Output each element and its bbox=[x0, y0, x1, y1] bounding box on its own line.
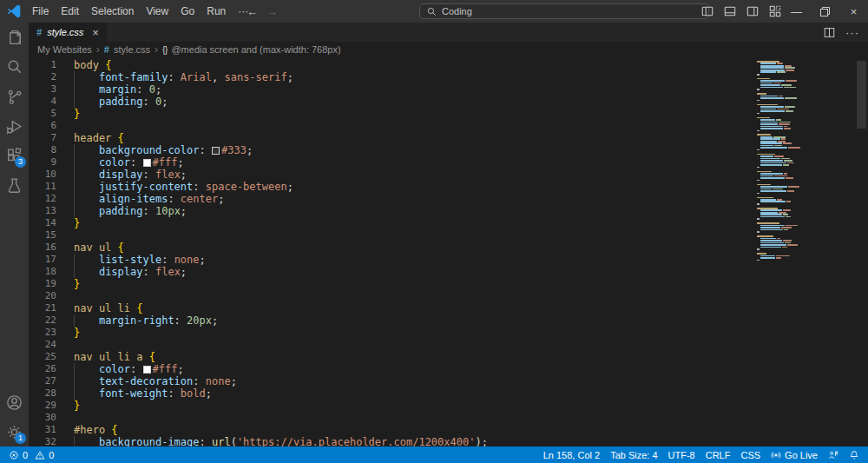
code-line[interactable]: 14} bbox=[29, 217, 868, 229]
menu-go[interactable]: Go bbox=[174, 0, 201, 23]
problems-indicator[interactable]: 0 0 bbox=[9, 446, 54, 463]
menu-file[interactable]: File bbox=[26, 0, 55, 23]
editor-more-actions-icon[interactable]: ··· bbox=[845, 26, 859, 39]
testing-icon[interactable] bbox=[0, 170, 29, 200]
line-number[interactable]: 22 bbox=[29, 314, 56, 327]
code-line[interactable]: 23} bbox=[29, 327, 868, 339]
settings-gear-icon[interactable]: 1 bbox=[0, 417, 29, 446]
line-number[interactable]: 24 bbox=[29, 339, 56, 351]
split-editor-icon[interactable] bbox=[824, 27, 835, 38]
eol-sequence[interactable]: CRLF bbox=[706, 446, 731, 463]
cursor-position[interactable]: Ln 158, Col 2 bbox=[543, 446, 600, 463]
line-number[interactable]: 7 bbox=[29, 132, 56, 144]
line-number[interactable]: 23 bbox=[29, 327, 56, 339]
toggle-panel-icon[interactable] bbox=[724, 5, 736, 17]
line-number[interactable]: 12 bbox=[29, 193, 56, 205]
line-number[interactable]: 27 bbox=[29, 375, 56, 387]
code-line[interactable]: 30 bbox=[29, 412, 868, 424]
code-editor[interactable]: 1body {2 font-family: Arial, sans-serif;… bbox=[29, 57, 868, 446]
explorer-icon[interactable] bbox=[0, 23, 29, 52]
feedback-button[interactable] bbox=[828, 446, 838, 463]
code-line[interactable]: 21nav ul li { bbox=[29, 302, 868, 314]
go-live-button[interactable]: Go Live bbox=[771, 446, 818, 463]
code-line[interactable]: 2 font-family: Arial, sans-serif; bbox=[29, 71, 868, 83]
code-line[interactable]: 32 background-image: url('https://via.pl… bbox=[29, 436, 868, 446]
line-number[interactable]: 1 bbox=[29, 59, 56, 71]
code-line[interactable]: 15 bbox=[29, 229, 868, 241]
code-line[interactable]: 18 display: flex; bbox=[29, 266, 868, 278]
code-line[interactable]: 20 bbox=[29, 290, 868, 302]
maximize-button[interactable] bbox=[811, 0, 839, 23]
line-number[interactable]: 19 bbox=[29, 278, 56, 290]
indentation[interactable]: Tab Size: 4 bbox=[610, 446, 657, 463]
code-line[interactable]: 9 color: #fff; bbox=[29, 156, 868, 169]
code-line[interactable]: 6 bbox=[29, 120, 868, 132]
nav-back-icon[interactable]: ← bbox=[247, 5, 258, 18]
code-line[interactable]: 1body { bbox=[29, 59, 868, 71]
line-number[interactable]: 3 bbox=[29, 83, 56, 96]
color-swatch[interactable] bbox=[143, 366, 151, 374]
minimap[interactable] bbox=[755, 61, 829, 264]
line-number[interactable]: 20 bbox=[29, 290, 56, 302]
encoding[interactable]: UTF-8 bbox=[668, 446, 695, 463]
code-line[interactable]: 13 padding: 10px; bbox=[29, 205, 868, 217]
code-line[interactable]: 26 color: #fff; bbox=[29, 363, 868, 375]
line-number[interactable]: 31 bbox=[29, 424, 56, 436]
code-line[interactable]: 11 justify-content: space-between; bbox=[29, 181, 868, 193]
menu-view[interactable]: View bbox=[140, 0, 174, 23]
scrollbar-thumb[interactable] bbox=[857, 61, 866, 129]
toggle-secondary-sidebar-icon[interactable] bbox=[746, 5, 759, 17]
tab-close-icon[interactable]: × bbox=[92, 27, 99, 38]
line-number[interactable]: 5 bbox=[29, 108, 56, 120]
line-number[interactable]: 32 bbox=[29, 436, 56, 446]
menu-edit[interactable]: Edit bbox=[55, 0, 85, 23]
search-sidebar-icon[interactable] bbox=[0, 52, 29, 82]
run-debug-icon[interactable] bbox=[0, 111, 29, 141]
color-swatch[interactable] bbox=[212, 147, 220, 155]
close-window-button[interactable]: × bbox=[839, 0, 868, 23]
nav-forward-icon[interactable]: → bbox=[266, 5, 278, 18]
breadcrumb-folder[interactable]: My Websites bbox=[37, 44, 92, 55]
line-number[interactable]: 10 bbox=[29, 169, 56, 181]
line-number[interactable]: 8 bbox=[29, 144, 56, 156]
code-line[interactable]: 7header { bbox=[29, 132, 868, 144]
line-number[interactable]: 26 bbox=[29, 363, 56, 375]
code-line[interactable]: 17 list-style: none; bbox=[29, 254, 868, 266]
code-line[interactable]: 22 margin-right: 20px; bbox=[29, 314, 868, 327]
code-line[interactable]: 19} bbox=[29, 278, 868, 290]
code-line[interactable]: 24 bbox=[29, 339, 868, 351]
code-line[interactable]: 28 font-weight: bold; bbox=[29, 387, 868, 400]
line-number[interactable]: 15 bbox=[29, 229, 56, 241]
line-number[interactable]: 16 bbox=[29, 241, 56, 254]
extensions-icon[interactable]: 3 bbox=[0, 141, 29, 170]
line-number[interactable]: 18 bbox=[29, 266, 56, 278]
source-control-icon[interactable] bbox=[0, 82, 29, 111]
menu-selection[interactable]: Selection bbox=[85, 0, 140, 23]
line-number[interactable]: 30 bbox=[29, 412, 56, 424]
toggle-sidebar-icon[interactable] bbox=[701, 5, 713, 17]
language-mode[interactable]: CSS bbox=[740, 446, 760, 463]
command-center-search[interactable]: Coding bbox=[419, 3, 709, 19]
line-number[interactable]: 13 bbox=[29, 205, 56, 217]
line-number[interactable]: 17 bbox=[29, 254, 56, 266]
code-line[interactable]: 5} bbox=[29, 108, 868, 120]
code-line[interactable]: 31#hero { bbox=[29, 424, 868, 436]
code-line[interactable]: 29} bbox=[29, 400, 868, 412]
code-line[interactable]: 27 text-decoration: none; bbox=[29, 375, 868, 387]
code-line[interactable]: 3 margin: 0; bbox=[29, 83, 868, 96]
tab-style-css[interactable]: # style.css × bbox=[29, 23, 107, 42]
line-number[interactable]: 11 bbox=[29, 181, 56, 193]
code-line[interactable]: 4 padding: 0; bbox=[29, 96, 868, 108]
minimize-button[interactable]: — bbox=[782, 0, 811, 23]
line-number[interactable]: 2 bbox=[29, 71, 56, 83]
code-line[interactable]: 10 display: flex; bbox=[29, 169, 868, 181]
line-number[interactable]: 25 bbox=[29, 351, 56, 363]
line-number[interactable]: 9 bbox=[29, 156, 56, 169]
line-number[interactable]: 6 bbox=[29, 120, 56, 132]
code-line[interactable]: 25nav ul li a { bbox=[29, 351, 868, 363]
color-swatch[interactable] bbox=[143, 159, 151, 167]
accounts-icon[interactable] bbox=[0, 387, 29, 417]
line-number[interactable]: 14 bbox=[29, 217, 56, 229]
line-number[interactable]: 28 bbox=[29, 387, 56, 400]
code-line[interactable]: 8 background-color: #333; bbox=[29, 144, 868, 156]
